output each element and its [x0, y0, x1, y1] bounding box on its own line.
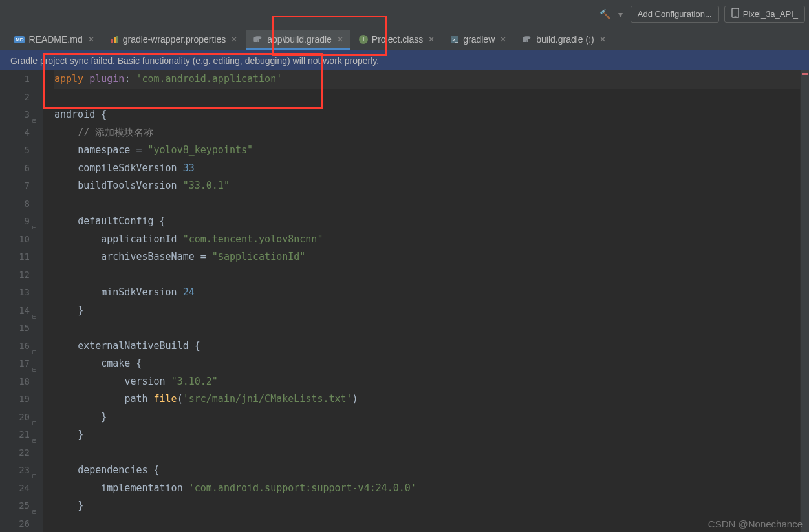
- line-number: 3: [0, 106, 30, 124]
- fold-icon[interactable]: ⊟: [32, 432, 36, 450]
- line-number: 24: [0, 480, 30, 498]
- tab-label: gradle-wrapper.properties: [123, 34, 226, 45]
- line-number: 15: [0, 319, 30, 337]
- line-number: 23: [0, 462, 30, 480]
- file-tab-1[interactable]: gradle-wrapper.properties✕: [103, 30, 244, 50]
- line-number: 1: [0, 70, 30, 89]
- code-editor: ⊟⊟⊟⊟⊟⊟⊟⊟⊟ 123456789101112131415161718192…: [0, 70, 809, 532]
- code-line[interactable]: applicationId "com.tencent.yolov8ncnn": [54, 231, 800, 249]
- build-hammer-icon[interactable]: 🔨: [599, 9, 610, 19]
- file-tab-2[interactable]: app\build.gradle✕: [246, 30, 350, 50]
- svg-rect-2: [111, 39, 113, 43]
- line-number: 14: [0, 302, 30, 320]
- file-icon: MD: [14, 36, 25, 43]
- tab-label: README.md: [28, 34, 82, 45]
- code-line[interactable]: path file('src/main/jni/CMakeLists.txt'): [54, 390, 800, 409]
- close-icon[interactable]: ✕: [428, 35, 435, 44]
- device-selector-button[interactable]: Pixel_3a_API_: [724, 6, 805, 23]
- code-line[interactable]: dependencies {: [54, 462, 800, 480]
- tab-label: Project.class: [372, 34, 423, 45]
- code-line[interactable]: }: [54, 497, 800, 515]
- code-line[interactable]: minSdkVersion 24: [54, 284, 800, 302]
- line-number: 9: [0, 213, 30, 231]
- file-icon: I: [359, 35, 368, 44]
- line-number: 7: [0, 177, 30, 195]
- file-tabs: MDREADME.md✕gradle-wrapper.properties✕ap…: [0, 28, 809, 50]
- line-number: 21: [0, 426, 30, 444]
- device-phone-icon: [731, 8, 739, 20]
- fold-icon[interactable]: ⊟: [32, 414, 36, 432]
- warning-text: Gradle project sync failed. Basic functi…: [10, 56, 379, 66]
- code-line[interactable]: [54, 266, 800, 284]
- svg-rect-3: [114, 37, 116, 43]
- error-marker[interactable]: [802, 73, 808, 75]
- code-line[interactable]: externalNativeBuild {: [54, 337, 800, 356]
- code-line[interactable]: apply plugin: 'com.android.application': [54, 70, 800, 89]
- line-number: 20: [0, 409, 30, 427]
- fold-icon[interactable]: ⊟: [32, 361, 36, 379]
- tab-label: build.gradle (:): [536, 34, 594, 45]
- line-number: 5: [0, 142, 30, 160]
- code-line[interactable]: [54, 515, 800, 533]
- dropdown-icon[interactable]: ▾: [618, 9, 623, 19]
- fold-icon[interactable]: ⊟: [32, 503, 36, 521]
- close-icon[interactable]: ✕: [231, 35, 237, 44]
- line-number: 2: [0, 89, 30, 107]
- code-line[interactable]: cmake {: [54, 355, 800, 373]
- code-line[interactable]: }: [54, 409, 800, 427]
- code-line[interactable]: android {: [54, 106, 800, 124]
- main-toolbar: 🔨 ▾ Add Configuration... Pixel_3a_API_: [0, 0, 809, 28]
- code-line[interactable]: }: [54, 302, 800, 320]
- code-line[interactable]: namespace = "yolov8_keypoints": [54, 142, 800, 160]
- file-icon: >_: [450, 35, 459, 44]
- code-line[interactable]: archivesBaseName = "$applicationId": [54, 248, 800, 266]
- code-line[interactable]: }: [54, 426, 800, 444]
- line-number: 17: [0, 355, 30, 373]
- close-icon[interactable]: ✕: [500, 35, 506, 44]
- code-line[interactable]: version "3.10.2": [54, 373, 800, 391]
- line-number: 6: [0, 160, 30, 178]
- close-icon[interactable]: ✕: [337, 35, 343, 44]
- line-number: 4: [0, 124, 30, 142]
- code-line[interactable]: // 添加模块名称: [54, 124, 800, 142]
- line-number: 16: [0, 337, 30, 356]
- code-line[interactable]: implementation 'com.android.support:supp…: [54, 480, 800, 498]
- file-tab-5[interactable]: build.gradle (:)✕: [515, 30, 612, 50]
- code-line[interactable]: compileSdkVersion 33: [54, 160, 800, 178]
- fold-icon[interactable]: ⊟: [32, 308, 36, 326]
- fold-icon[interactable]: ⊟: [32, 343, 36, 361]
- line-number: 12: [0, 266, 30, 284]
- line-number: 10: [0, 231, 30, 249]
- line-number: 26: [0, 515, 30, 533]
- csdn-watermark: CSDN @Nonechance: [708, 518, 803, 529]
- close-icon[interactable]: ✕: [88, 35, 94, 44]
- svg-text:>_: >_: [452, 37, 458, 43]
- line-number: 11: [0, 248, 30, 266]
- code-line[interactable]: defaultConfig {: [54, 213, 800, 231]
- add-configuration-button[interactable]: Add Configuration...: [631, 6, 719, 23]
- right-error-stripe[interactable]: [800, 70, 809, 532]
- file-tab-0[interactable]: MDREADME.md✕: [8, 30, 101, 50]
- file-icon: [522, 34, 532, 45]
- code-line[interactable]: [54, 89, 800, 107]
- device-label: Pixel_3a_API_: [743, 9, 798, 19]
- code-area[interactable]: apply plugin: 'com.android.application'a…: [43, 70, 800, 532]
- svg-rect-1: [734, 16, 736, 17]
- code-line[interactable]: [54, 195, 800, 213]
- line-number: 25: [0, 497, 30, 515]
- file-tab-4[interactable]: >_gradlew✕: [444, 30, 513, 50]
- sync-failed-warning-bar: Gradle project sync failed. Basic functi…: [0, 50, 809, 70]
- line-number: 18: [0, 373, 30, 391]
- fold-icon[interactable]: ⊟: [32, 218, 36, 237]
- line-number: 13: [0, 284, 30, 302]
- file-tab-3[interactable]: IProject.class✕: [352, 30, 441, 50]
- line-gutter: ⊟⊟⊟⊟⊟⊟⊟⊟⊟ 123456789101112131415161718192…: [0, 70, 43, 532]
- tab-label: gradlew: [463, 34, 495, 45]
- fold-icon[interactable]: ⊟: [32, 112, 36, 130]
- fold-icon[interactable]: ⊟: [32, 467, 36, 485]
- line-number: 22: [0, 444, 30, 462]
- code-line[interactable]: [54, 444, 800, 462]
- code-line[interactable]: [54, 319, 800, 337]
- close-icon[interactable]: ✕: [599, 35, 606, 44]
- code-line[interactable]: buildToolsVersion "33.0.1": [54, 177, 800, 195]
